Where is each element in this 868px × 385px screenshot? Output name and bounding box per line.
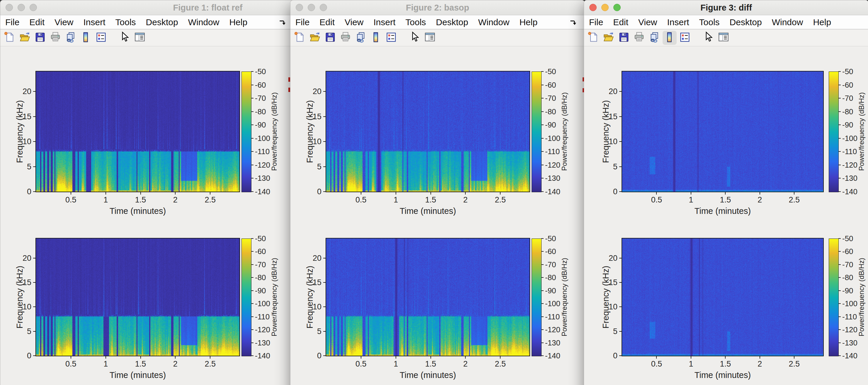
x-tick-mark xyxy=(71,356,71,359)
x-tick-mark xyxy=(500,356,500,359)
x-tick-label: 2 xyxy=(173,359,178,368)
insert-legend-button[interactable] xyxy=(94,31,108,45)
menu-item-file[interactable]: File xyxy=(584,15,608,29)
new-figure-button[interactable] xyxy=(293,31,307,45)
print-figure-icon xyxy=(633,31,645,44)
open-file-button[interactable] xyxy=(18,31,32,45)
colorbar-tick-label: -70 xyxy=(545,94,556,103)
spectrogram-canvas[interactable] xyxy=(36,71,240,192)
open-file-button[interactable] xyxy=(601,31,616,45)
x-tick-label: 1 xyxy=(103,359,108,368)
print-figure-icon xyxy=(340,31,351,44)
menu-item-help[interactable]: Help xyxy=(224,15,252,29)
menu-item-desktop[interactable]: Desktop xyxy=(141,15,183,29)
titlebar[interactable]: Figure 3: diff xyxy=(584,0,868,15)
y-tick-mark xyxy=(323,91,326,92)
menu-item-desktop[interactable]: Desktop xyxy=(431,15,473,29)
menu-item-file[interactable]: File xyxy=(290,15,314,29)
y-tick-label: 0 xyxy=(27,351,31,360)
menu-item-window[interactable]: Window xyxy=(473,15,515,29)
edit-plot-button[interactable] xyxy=(701,31,715,45)
colorbar-tick-label: -130 xyxy=(842,338,858,347)
insert-colorbar-button[interactable] xyxy=(79,31,93,45)
save-figure-icon xyxy=(324,31,336,44)
menu-item-tools[interactable]: Tools xyxy=(694,15,725,29)
print-figure-button[interactable] xyxy=(338,31,352,45)
menu-item-view[interactable]: View xyxy=(50,15,78,29)
edit-plot-button[interactable] xyxy=(408,31,422,45)
property-inspector-button[interactable] xyxy=(423,31,437,45)
colorbar-axis-label: Power/frequency (dB/Hz) xyxy=(270,258,278,336)
colorbar-tick-label: -130 xyxy=(545,338,560,347)
figure-window[interactable]: Figure 2: basop FileEditViewInsertToolsD… xyxy=(290,0,585,385)
print-figure-button[interactable] xyxy=(632,31,646,45)
menu-item-view[interactable]: View xyxy=(340,15,368,29)
save-figure-button[interactable] xyxy=(323,31,337,45)
spectrogram-canvas[interactable] xyxy=(622,71,823,192)
menu-item-help[interactable]: Help xyxy=(808,15,836,29)
spectrogram-canvas[interactable] xyxy=(326,238,530,356)
menu-item-edit[interactable]: Edit xyxy=(24,15,50,29)
spectrogram-canvas[interactable] xyxy=(622,238,823,356)
insert-colorbar-button[interactable] xyxy=(662,31,677,45)
colorbar-tick-label: -80 xyxy=(842,107,854,116)
colorbar-tick-mark xyxy=(838,71,841,72)
property-inspector-icon xyxy=(424,31,436,44)
menu-overflow-arrow-icon[interactable] xyxy=(569,18,578,27)
colorbar-tick-label: -120 xyxy=(842,160,858,169)
menu-item-window[interactable]: Window xyxy=(767,15,808,29)
colorbar-tick-mark xyxy=(541,151,544,152)
colorbar-tick-mark xyxy=(541,290,544,291)
insert-colorbar-button[interactable] xyxy=(369,31,383,45)
colorbar-tick-mark xyxy=(251,111,253,112)
new-figure-button[interactable] xyxy=(586,31,600,45)
menu-item-window[interactable]: Window xyxy=(183,15,224,29)
y-axis-label: Frequency (kHz) xyxy=(601,266,611,328)
print-figure-button[interactable] xyxy=(48,31,62,45)
toolbar xyxy=(584,29,868,46)
link-plot-button[interactable] xyxy=(64,31,78,45)
link-plot-button[interactable] xyxy=(354,31,368,45)
link-plot-button[interactable] xyxy=(647,31,661,45)
colorbar-tick-mark xyxy=(838,316,841,317)
colorbar-tick-mark xyxy=(541,264,544,265)
x-tick-mark xyxy=(656,356,657,359)
open-file-button[interactable] xyxy=(308,31,322,45)
colorbar-tick-label: -140 xyxy=(255,187,270,196)
menu-item-tools[interactable]: Tools xyxy=(401,15,431,29)
menu-item-insert[interactable]: Insert xyxy=(369,15,401,29)
colorbar-tick-label: -50 xyxy=(255,234,266,243)
save-figure-button[interactable] xyxy=(33,31,47,45)
menu-item-view[interactable]: View xyxy=(633,15,662,29)
colorbar-tick-label: -70 xyxy=(842,260,854,269)
menu-item-insert[interactable]: Insert xyxy=(662,15,694,29)
insert-legend-button[interactable] xyxy=(678,31,692,45)
menu-item-insert[interactable]: Insert xyxy=(79,15,111,29)
colorbar-tick-label: -70 xyxy=(842,94,854,103)
edit-plot-button[interactable] xyxy=(118,31,131,45)
colorbar-tick-label: -60 xyxy=(545,80,556,89)
menu-overflow-arrow-icon[interactable] xyxy=(278,18,287,27)
figure-window[interactable]: Figure 3: diff FileEditViewInsertToolsDe… xyxy=(584,0,868,385)
spectrogram-canvas[interactable] xyxy=(36,238,240,356)
insert-legend-button[interactable] xyxy=(384,31,398,45)
property-inspector-button[interactable] xyxy=(133,31,147,45)
colorbar-tick-mark xyxy=(838,151,841,152)
save-figure-button[interactable] xyxy=(617,31,631,45)
colorbar xyxy=(829,71,839,192)
menu-item-edit[interactable]: Edit xyxy=(608,15,633,29)
spectrogram-axes xyxy=(622,71,824,192)
property-inspector-button[interactable] xyxy=(716,31,731,45)
spectrogram-canvas[interactable] xyxy=(326,71,530,192)
menu-item-help[interactable]: Help xyxy=(514,15,542,29)
new-figure-button[interactable] xyxy=(3,31,17,45)
menu-item-desktop[interactable]: Desktop xyxy=(725,15,767,29)
colorbar-tick-mark xyxy=(251,178,253,179)
menu-item-edit[interactable]: Edit xyxy=(314,15,340,29)
y-tick-label: 20 xyxy=(313,253,321,262)
menu-item-file[interactable]: File xyxy=(0,15,24,29)
menu-item-tools[interactable]: Tools xyxy=(111,15,141,29)
colorbar-tick-mark xyxy=(838,111,841,112)
y-tick-label: 0 xyxy=(317,351,321,360)
titlebar[interactable]: Figure 2: basop xyxy=(290,0,585,15)
